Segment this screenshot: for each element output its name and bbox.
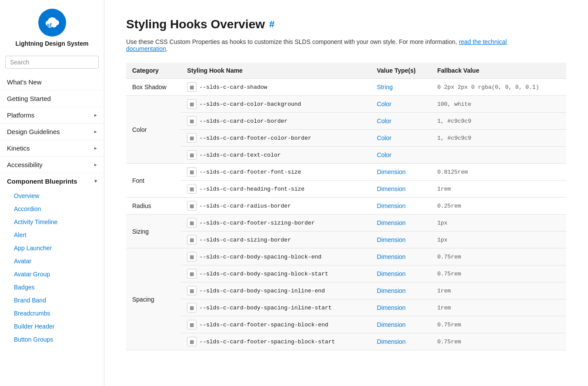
table-fallback: 0.75rem [431,265,566,282]
copy-icon[interactable]: ▦ [187,133,197,143]
sidebar-item-kinetics[interactable]: Kinetics ▸ [0,140,104,157]
value-type-link[interactable]: Dimension [377,236,406,243]
value-type-link[interactable]: Color [377,117,391,124]
copy-icon[interactable]: ▦ [187,337,197,346]
value-type-link[interactable]: Dimension [377,185,406,192]
copy-icon[interactable]: ▦ [187,303,197,312]
copy-icon[interactable]: ▦ [187,150,197,160]
sidebar-sub-item[interactable]: Alert [0,228,104,242]
table-value-type: Color [371,130,431,147]
copy-icon[interactable]: ▦ [187,99,197,109]
value-type-link[interactable]: Dimension [377,304,406,311]
table-fallback [431,147,566,164]
table-category: Color [126,96,181,164]
sidebar-sub-item[interactable]: Accordion [0,202,104,215]
copy-icon[interactable]: ▦ [187,286,197,295]
value-type-link[interactable]: Dimension [377,168,406,175]
copy-icon[interactable]: ▦ [187,252,197,262]
table-value-type: Dimension [371,282,431,299]
search-input[interactable] [5,56,99,69]
copy-icon[interactable]: ▦ [187,82,197,92]
table-value-type: Dimension [371,316,431,333]
value-type-link[interactable]: Color [377,134,391,141]
anchor-link[interactable]: # [269,19,274,30]
table-fallback: 1, #c9c9c9 [431,113,566,130]
sidebar-item-platforms[interactable]: Platforms ▸ [0,107,104,124]
copy-icon[interactable]: ▦ [187,116,197,126]
sidebar-sub-item[interactable]: App Launcher [0,242,104,255]
col-category: Category [126,63,181,79]
table-row: ▦--slds-c-card-body-spacing-block-end [181,248,371,265]
value-type-link[interactable]: Color [377,151,391,158]
sidebar-item-getting-started[interactable]: Getting Started [0,91,104,107]
sidebar-item-component-blueprints[interactable]: Component Blueprints ▾ [0,173,104,189]
table-row: ▦--slds-c-card-footer-spacing-block-end [181,316,371,333]
table-category: Sizing [126,215,181,248]
value-type-link[interactable]: Dimension [377,219,406,226]
table-row: ▦--slds-c-card-body-spacing-block-start [181,265,371,282]
table-row: ▦--slds-c-card-shadow [181,79,371,96]
table-value-type: Dimension [371,181,431,198]
value-type-link[interactable]: Dimension [377,253,406,260]
copy-icon[interactable]: ▦ [187,320,197,329]
copy-icon[interactable]: ▦ [187,269,197,279]
table-fallback: 0.75rem [431,333,566,350]
value-type-link[interactable]: Dimension [377,270,406,277]
copy-icon[interactable]: ▦ [187,201,197,211]
col-fallback: Fallback Value [431,63,566,79]
chevron-down-icon: ▾ [94,178,97,184]
sidebar-sub-item[interactable]: Overview [0,189,104,202]
copy-icon[interactable]: ▦ [187,184,197,194]
table-fallback: 0.25rem [431,198,566,215]
sidebar-sub-item[interactable]: Badges [0,281,104,294]
table-row: ▦--slds-c-card-text-color [181,147,371,164]
value-type-link[interactable]: Color [377,101,391,107]
copy-icon[interactable]: ▦ [187,235,197,245]
sidebar-item-design-guidelines[interactable]: Design Guidelines ▸ [0,124,104,140]
sidebar: sf Lightning Design System What's New Ge… [0,0,104,386]
sidebar-sub-item[interactable]: Breadcrumbs [0,307,104,320]
sidebar-sub-item[interactable]: Brand Band [0,294,104,307]
table-body: Box Shadow▦--slds-c-card-shadowString0 2… [126,79,566,350]
table-fallback: 100, white [431,96,566,113]
copy-icon[interactable]: ▦ [187,218,197,228]
table-row: ▦--slds-c-card-footer-sizing-border [181,215,371,232]
salesforce-logo: sf [38,9,66,37]
table-fallback: 1rem [431,299,566,316]
sidebar-sub-item[interactable]: Avatar Group [0,268,104,281]
intro-paragraph: Use these CSS Custom Properties as hooks… [126,38,518,52]
table-row: ▦--slds-c-card-heading-font-size [181,181,371,198]
svg-text:sf: sf [47,22,52,28]
copy-icon[interactable]: ▦ [187,167,197,177]
value-type-link[interactable]: Dimension [377,338,406,345]
chevron-right-icon: ▸ [94,145,97,151]
sidebar-item-whats-new[interactable]: What's New [0,74,104,91]
sidebar-item-accessibility[interactable]: Accessibility ▸ [0,157,104,173]
sidebar-sub-item[interactable]: Avatar [0,255,104,268]
table-row: ▦--slds-c-card-sizing-border [181,232,371,248]
table-value-type: Dimension [371,232,431,248]
table-header: Category Styling Hook Name Value Type(s)… [126,63,566,79]
svg-point-3 [51,23,56,27]
value-type-link[interactable]: Dimension [377,321,406,328]
sidebar-sub-item[interactable]: Button Groups [0,333,104,346]
table-fallback: 1px [431,232,566,248]
value-type-link[interactable]: Dimension [377,287,406,294]
col-value-type: Value Type(s) [371,63,431,79]
table-fallback: 1rem [431,282,566,299]
table-row: ▦--slds-c-card-footer-font-size [181,164,371,181]
value-type-link[interactable]: String [377,84,393,91]
table-row: ▦--slds-c-card-footer-spacing-block-star… [181,333,371,350]
table-category: Spacing [126,248,181,350]
table-category: Font [126,164,181,198]
chevron-right-icon: ▸ [94,162,97,168]
table-category: Radius [126,198,181,215]
value-type-link[interactable]: Dimension [377,202,406,209]
styling-hooks-table: Category Styling Hook Name Value Type(s)… [126,63,566,350]
search-container [0,52,104,74]
sidebar-sub-item[interactable]: Activity Timeline [0,215,104,228]
table-value-type: Color [371,147,431,164]
table-row: ▦--slds-c-card-body-spacing-inline-start [181,299,371,316]
logo-area: sf Lightning Design System [0,0,104,52]
sidebar-sub-item[interactable]: Builder Header [0,320,104,333]
